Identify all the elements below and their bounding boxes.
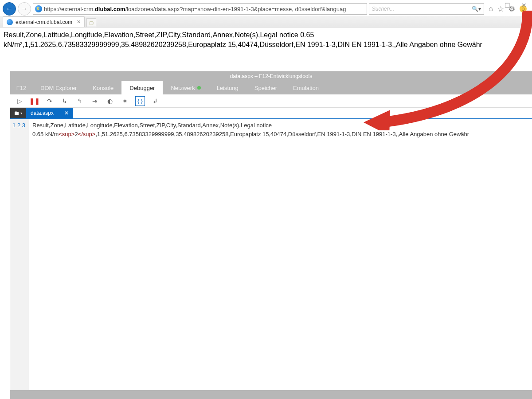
search-placeholder: Suchen...: [372, 6, 395, 12]
step-into-icon[interactable]: ↳: [60, 96, 70, 106]
step-out-icon[interactable]: ↰: [75, 96, 85, 106]
devtools-title: data.aspx – F12-Entwicklungstools: [10, 71, 532, 81]
continue-icon[interactable]: ▷: [15, 96, 24, 106]
file-tab-close-icon[interactable]: ✕: [64, 110, 69, 116]
url-input[interactable]: https://external-crm.dlubal.com/loadzone…: [33, 3, 367, 15]
search-input[interactable]: Suchen... 🔍▾: [369, 3, 484, 15]
debugger-toolbar: ▷ ❚❚ ↷ ↳ ↰ ⇥ ◐ ✶ { } ↲: [10, 94, 532, 108]
wrap-icon[interactable]: ↲: [150, 96, 160, 106]
exception-icon[interactable]: ✶: [120, 96, 130, 106]
pretty-print-icon[interactable]: { }: [135, 96, 145, 106]
nav-back-button[interactable]: ←: [3, 2, 16, 16]
nav-forward-button[interactable]: →: [18, 2, 31, 16]
tab-strip: external-crm.dlubal.com ✕ ▢: [0, 16, 532, 27]
f12-label: F12: [10, 81, 32, 94]
devtools-panel: data.aspx – F12-Entwicklungstools F12 DO…: [10, 71, 532, 399]
page-content: Result,Zone,Latitude,Longitude,Elevation…: [0, 27, 532, 52]
step-over-icon[interactable]: ↷: [45, 96, 55, 106]
tab-favicon-ie-icon: [7, 19, 13, 25]
file-picker-icon[interactable]: 🖿: [10, 108, 26, 118]
window-minimize[interactable]: —: [487, 2, 494, 9]
tab-emulation[interactable]: Emulation: [285, 81, 327, 94]
new-tab-button[interactable]: ▢: [86, 18, 96, 27]
network-active-icon: [197, 86, 201, 90]
tab-dom-explorer[interactable]: DOM Explorer: [32, 81, 85, 94]
tab-title: external-crm.dlubal.com: [16, 19, 72, 25]
browser-tab[interactable]: external-crm.dlubal.com ✕: [3, 16, 85, 27]
devtools-tabs: F12 DOM Explorer Konsole Debugger Netzwe…: [10, 81, 532, 94]
line-gutter: 1 2 3: [10, 119, 29, 390]
source-lines: Result,Zone,Latitude,Longitude,Elevation…: [29, 119, 473, 390]
tab-debugger[interactable]: Debugger: [121, 81, 163, 94]
url-text: https://external-crm.dlubal.com/loadzone…: [44, 6, 346, 12]
tab-console[interactable]: Konsole: [85, 81, 121, 94]
address-bar-row: ← → https://external-crm.dlubal.com/load…: [0, 0, 532, 16]
window-close[interactable]: ✕: [520, 2, 528, 9]
break-icon[interactable]: ⇥: [90, 96, 100, 106]
ie-logo-icon: [35, 5, 42, 12]
source-view[interactable]: 1 2 3 Result,Zone,Latitude,Longitude,Ele…: [10, 118, 532, 390]
breakpoint-toggle-icon[interactable]: ◐: [105, 96, 115, 106]
window-maximize[interactable]: ☐: [504, 2, 511, 9]
tab-memory[interactable]: Speicher: [246, 81, 285, 94]
tab-close-icon[interactable]: ✕: [75, 19, 81, 25]
debugger-file-tabs: 🖿 data.aspx ✕: [10, 108, 532, 118]
tab-performance[interactable]: Leistung: [209, 81, 246, 94]
search-icon[interactable]: 🔍▾: [472, 6, 481, 12]
tab-network[interactable]: Netzwerk: [163, 81, 208, 94]
file-tab-data-aspx[interactable]: data.aspx ✕: [26, 108, 73, 118]
pause-icon[interactable]: ❚❚: [30, 96, 39, 106]
devtools-footer: [10, 390, 532, 399]
